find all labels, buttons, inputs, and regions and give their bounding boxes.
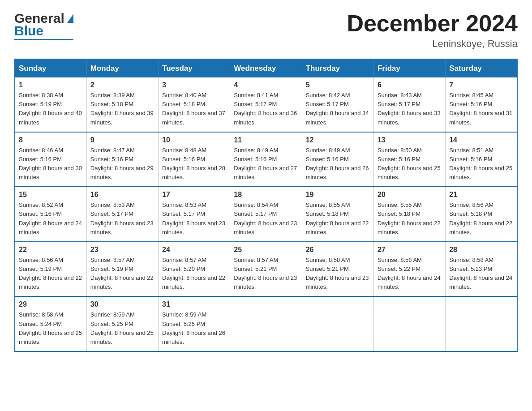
calendar-cell: 1Sunrise: 8:38 AMSunset: 5:19 PMDaylight…: [15, 77, 86, 132]
col-header-wednesday: Wednesday: [230, 59, 302, 77]
calendar-cell: 7Sunrise: 8:45 AMSunset: 5:16 PMDaylight…: [446, 77, 517, 132]
calendar-table: SundayMondayTuesdayWednesdayThursdayFrid…: [14, 59, 518, 352]
calendar-cell: 28Sunrise: 8:58 AMSunset: 5:23 PMDayligh…: [446, 242, 517, 297]
day-number: 19: [306, 191, 370, 199]
calendar-cell: [302, 296, 373, 351]
day-info: Sunrise: 8:58 AMSunset: 5:21 PMDaylight:…: [306, 256, 370, 292]
day-number: 27: [378, 246, 442, 254]
day-number: 11: [234, 136, 298, 144]
day-info: Sunrise: 8:41 AMSunset: 5:17 PMDaylight:…: [234, 91, 298, 127]
day-number: 16: [90, 191, 154, 199]
calendar-cell: 13Sunrise: 8:50 AMSunset: 5:16 PMDayligh…: [373, 132, 445, 187]
day-info: Sunrise: 8:51 AMSunset: 5:16 PMDaylight:…: [449, 146, 513, 182]
calendar-week-row: 15Sunrise: 8:52 AMSunset: 5:16 PMDayligh…: [15, 187, 517, 242]
day-info: Sunrise: 8:58 AMSunset: 5:23 PMDaylight:…: [449, 256, 513, 292]
day-info: Sunrise: 8:38 AMSunset: 5:19 PMDaylight:…: [19, 91, 83, 127]
day-number: 6: [378, 81, 442, 89]
day-number: 7: [449, 81, 513, 89]
day-number: 30: [90, 300, 154, 308]
day-info: Sunrise: 8:56 AMSunset: 5:19 PMDaylight:…: [19, 256, 83, 292]
day-number: 3: [162, 81, 226, 89]
day-number: 5: [306, 81, 370, 89]
calendar-week-row: 29Sunrise: 8:58 AMSunset: 5:24 PMDayligh…: [15, 296, 517, 351]
calendar-cell: 18Sunrise: 8:54 AMSunset: 5:17 PMDayligh…: [230, 187, 302, 242]
day-number: 13: [378, 136, 442, 144]
day-info: Sunrise: 8:43 AMSunset: 5:17 PMDaylight:…: [378, 91, 442, 127]
calendar-cell: 17Sunrise: 8:53 AMSunset: 5:17 PMDayligh…: [159, 187, 230, 242]
location: Leninskoye, Russia: [347, 38, 518, 50]
calendar-cell: 11Sunrise: 8:49 AMSunset: 5:16 PMDayligh…: [230, 132, 302, 187]
day-number: 12: [306, 136, 370, 144]
calendar-cell: 21Sunrise: 8:56 AMSunset: 5:18 PMDayligh…: [446, 187, 517, 242]
day-number: 20: [378, 191, 442, 199]
day-info: Sunrise: 8:56 AMSunset: 5:18 PMDaylight:…: [449, 201, 513, 237]
calendar-header-row: SundayMondayTuesdayWednesdayThursdayFrid…: [15, 59, 517, 77]
day-info: Sunrise: 8:58 AMSunset: 5:22 PMDaylight:…: [378, 256, 442, 292]
day-info: Sunrise: 8:50 AMSunset: 5:16 PMDaylight:…: [378, 146, 442, 182]
calendar-week-row: 8Sunrise: 8:46 AMSunset: 5:16 PMDaylight…: [15, 132, 517, 187]
day-number: 8: [19, 136, 83, 144]
day-number: 1: [19, 81, 83, 89]
calendar-cell: 25Sunrise: 8:57 AMSunset: 5:21 PMDayligh…: [230, 242, 302, 297]
day-info: Sunrise: 8:49 AMSunset: 5:16 PMDaylight:…: [234, 146, 298, 182]
calendar-cell: 3Sunrise: 8:40 AMSunset: 5:18 PMDaylight…: [159, 77, 230, 132]
day-info: Sunrise: 8:55 AMSunset: 5:18 PMDaylight:…: [306, 201, 370, 237]
col-header-monday: Monday: [86, 59, 158, 77]
col-header-sunday: Sunday: [15, 59, 86, 77]
day-number: 29: [19, 300, 83, 308]
day-info: Sunrise: 8:49 AMSunset: 5:16 PMDaylight:…: [306, 146, 370, 182]
calendar-cell: 16Sunrise: 8:53 AMSunset: 5:17 PMDayligh…: [86, 187, 158, 242]
day-info: Sunrise: 8:52 AMSunset: 5:16 PMDaylight:…: [19, 201, 83, 237]
calendar-cell: 24Sunrise: 8:57 AMSunset: 5:20 PMDayligh…: [159, 242, 230, 297]
day-number: 21: [449, 191, 513, 199]
day-info: Sunrise: 8:59 AMSunset: 5:25 PMDaylight:…: [90, 310, 154, 347]
day-info: Sunrise: 8:39 AMSunset: 5:18 PMDaylight:…: [90, 91, 154, 127]
calendar-cell: 5Sunrise: 8:42 AMSunset: 5:17 PMDaylight…: [302, 77, 373, 132]
day-number: 9: [90, 136, 154, 144]
day-info: Sunrise: 8:55 AMSunset: 5:18 PMDaylight:…: [378, 201, 442, 237]
calendar-cell: 26Sunrise: 8:58 AMSunset: 5:21 PMDayligh…: [302, 242, 373, 297]
day-number: 23: [90, 246, 154, 254]
day-info: Sunrise: 8:54 AMSunset: 5:17 PMDaylight:…: [234, 201, 298, 237]
day-info: Sunrise: 8:40 AMSunset: 5:18 PMDaylight:…: [162, 91, 226, 127]
day-number: 14: [449, 136, 513, 144]
day-info: Sunrise: 8:53 AMSunset: 5:17 PMDaylight:…: [162, 201, 226, 237]
logo-line2: Blue: [14, 23, 43, 39]
calendar-cell: 6Sunrise: 8:43 AMSunset: 5:17 PMDaylight…: [373, 77, 445, 132]
day-info: Sunrise: 8:59 AMSunset: 5:25 PMDaylight:…: [162, 310, 226, 347]
calendar-cell: 27Sunrise: 8:58 AMSunset: 5:22 PMDayligh…: [373, 242, 445, 297]
calendar-cell: 30Sunrise: 8:59 AMSunset: 5:25 PMDayligh…: [86, 296, 158, 351]
calendar-week-row: 22Sunrise: 8:56 AMSunset: 5:19 PMDayligh…: [15, 242, 517, 297]
calendar-cell: 23Sunrise: 8:57 AMSunset: 5:19 PMDayligh…: [86, 242, 158, 297]
day-info: Sunrise: 8:57 AMSunset: 5:19 PMDaylight:…: [90, 256, 154, 292]
calendar-cell: 12Sunrise: 8:49 AMSunset: 5:16 PMDayligh…: [302, 132, 373, 187]
day-info: Sunrise: 8:48 AMSunset: 5:16 PMDaylight:…: [162, 146, 226, 182]
calendar-cell: 2Sunrise: 8:39 AMSunset: 5:18 PMDaylight…: [86, 77, 158, 132]
col-header-tuesday: Tuesday: [159, 59, 230, 77]
day-number: 25: [234, 246, 298, 254]
day-number: 26: [306, 246, 370, 254]
day-info: Sunrise: 8:45 AMSunset: 5:16 PMDaylight:…: [449, 91, 513, 127]
month-title: December 2024: [347, 11, 518, 36]
day-number: 24: [162, 246, 226, 254]
page-header: General Blue December 2024 Leninskoye, R…: [14, 11, 518, 50]
col-header-saturday: Saturday: [446, 59, 517, 77]
title-block: December 2024 Leninskoye, Russia: [347, 11, 518, 50]
day-info: Sunrise: 8:46 AMSunset: 5:16 PMDaylight:…: [19, 146, 83, 182]
calendar-cell: 8Sunrise: 8:46 AMSunset: 5:16 PMDaylight…: [15, 132, 86, 187]
day-info: Sunrise: 8:57 AMSunset: 5:20 PMDaylight:…: [162, 256, 226, 292]
calendar-cell: 10Sunrise: 8:48 AMSunset: 5:16 PMDayligh…: [159, 132, 230, 187]
calendar-cell: 4Sunrise: 8:41 AMSunset: 5:17 PMDaylight…: [230, 77, 302, 132]
day-info: Sunrise: 8:58 AMSunset: 5:24 PMDaylight:…: [19, 310, 83, 347]
col-header-thursday: Thursday: [302, 59, 373, 77]
calendar-week-row: 1Sunrise: 8:38 AMSunset: 5:19 PMDaylight…: [15, 77, 517, 132]
day-number: 28: [449, 246, 513, 254]
calendar-cell: 31Sunrise: 8:59 AMSunset: 5:25 PMDayligh…: [159, 296, 230, 351]
day-number: 15: [19, 191, 83, 199]
day-info: Sunrise: 8:42 AMSunset: 5:17 PMDaylight:…: [306, 91, 370, 127]
day-number: 22: [19, 246, 83, 254]
calendar-cell: 14Sunrise: 8:51 AMSunset: 5:16 PMDayligh…: [446, 132, 517, 187]
calendar-cell: [446, 296, 517, 351]
day-number: 17: [162, 191, 226, 199]
day-number: 4: [234, 81, 298, 89]
